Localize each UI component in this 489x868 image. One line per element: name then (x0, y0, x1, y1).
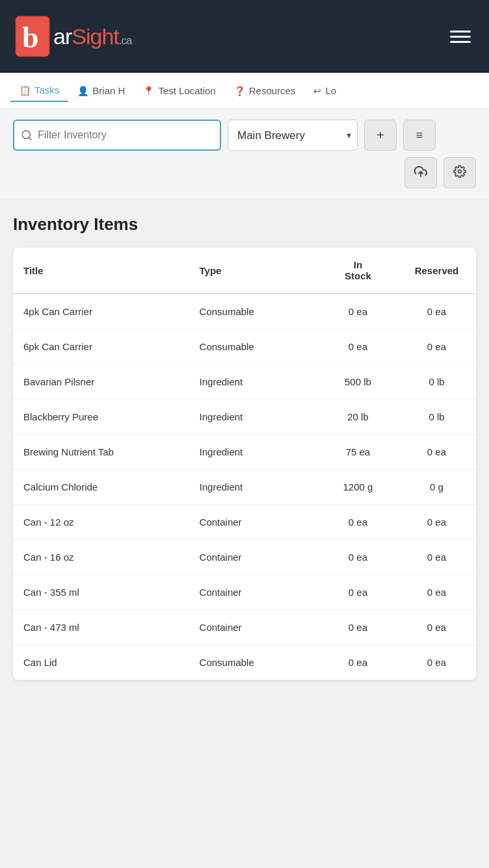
cell-title: Bavarian Pilsner (13, 364, 189, 400)
nav-label-location: Test Location (158, 85, 215, 96)
cell-reserved: 0 ea (397, 294, 476, 329)
cell-reserved: 0 lb (397, 364, 476, 400)
cell-type: Consumable (189, 645, 319, 680)
app-header: b arSight.ca (0, 0, 489, 73)
cell-reserved: 0 ea (397, 435, 476, 470)
location-icon: 📍 (143, 86, 154, 96)
settings-button[interactable] (443, 157, 476, 188)
nav-item-user[interactable]: 👤 Brian H (68, 80, 134, 101)
cell-instock: 1200 g (319, 470, 397, 505)
cell-type: Ingredient (189, 400, 319, 435)
cell-title: Can - 12 oz (13, 505, 189, 540)
search-input[interactable] (38, 129, 213, 141)
cell-title: Blackberry Puree (13, 400, 189, 435)
cell-instock: 0 ea (319, 505, 397, 540)
table-row[interactable]: Bavarian Pilsner Ingredient 500 lb 0 lb (13, 364, 476, 400)
cell-instock: 0 ea (319, 610, 397, 645)
col-header-title: Title (13, 248, 189, 294)
cell-title: Can Lid (13, 645, 189, 680)
hamburger-menu-button[interactable] (445, 25, 476, 48)
nav-item-resources[interactable]: ❓ Resources (225, 80, 305, 101)
section-title: Inventory Items (13, 214, 476, 235)
col-header-instock: InStock (319, 248, 397, 294)
cell-type: Ingredient (189, 470, 319, 505)
table-row[interactable]: Calcium Chloride Ingredient 1200 g 0 g (13, 470, 476, 505)
upload-button[interactable] (404, 157, 437, 188)
toolbar-row-2 (13, 157, 476, 188)
nav-label-resources: Resources (249, 85, 296, 96)
cell-instock: 0 ea (319, 540, 397, 575)
col-header-type: Type (189, 248, 319, 294)
search-wrapper (13, 120, 221, 151)
nav-item-tasks[interactable]: 📋 Tasks (10, 79, 68, 102)
table-row[interactable]: 6pk Can Carrier Consumable 0 ea 0 ea (13, 329, 476, 364)
cell-type: Container (189, 575, 319, 610)
cell-type: Container (189, 610, 319, 645)
cell-instock: 0 ea (319, 294, 397, 329)
cell-instock: 500 lb (319, 364, 397, 400)
main-content: Inventory Items Title Type InStock Reser… (0, 199, 489, 696)
svg-text:b: b (22, 21, 39, 54)
cell-title: 4pk Can Carrier (13, 294, 189, 329)
gear-icon (453, 165, 466, 181)
cell-title: Calcium Chloride (13, 470, 189, 505)
table-row[interactable]: Blackberry Puree Ingredient 20 lb 0 lb (13, 400, 476, 435)
cell-title: Can - 16 oz (13, 540, 189, 575)
table-row[interactable]: Can Lid Consumable 0 ea 0 ea (13, 645, 476, 680)
cell-instock: 0 ea (319, 645, 397, 680)
cell-instock: 0 ea (319, 329, 397, 364)
cell-instock: 0 ea (319, 575, 397, 610)
plus-icon: + (377, 128, 384, 143)
svg-point-6 (458, 170, 462, 173)
nav-item-location[interactable]: 📍 Test Location (134, 80, 224, 101)
cell-title: Brewing Nutrient Tab (13, 435, 189, 470)
cell-title: Can - 355 ml (13, 575, 189, 610)
cell-title: 6pk Can Carrier (13, 329, 189, 364)
nav-label-logout: Lo (325, 85, 336, 96)
cell-type: Consumable (189, 294, 319, 329)
tasks-icon: 📋 (20, 85, 31, 96)
upload-icon (414, 165, 427, 181)
cell-reserved: 0 ea (397, 505, 476, 540)
cell-title: Can - 473 ml (13, 610, 189, 645)
cell-reserved: 0 g (397, 470, 476, 505)
cell-instock: 20 lb (319, 400, 397, 435)
cell-reserved: 0 ea (397, 540, 476, 575)
logout-icon: ↩ (313, 86, 321, 96)
brewery-dropdown-wrapper: Main Brewery Secondary Warehouse ▾ (228, 120, 358, 151)
col-header-reserved: Reserved (397, 248, 476, 294)
cell-type: Container (189, 540, 319, 575)
cell-type: Ingredient (189, 435, 319, 470)
cell-type: Ingredient (189, 364, 319, 400)
cell-reserved: 0 ea (397, 575, 476, 610)
cell-type: Consumable (189, 329, 319, 364)
user-icon: 👤 (77, 86, 88, 96)
search-container (13, 120, 221, 151)
table-row[interactable]: Brewing Nutrient Tab Ingredient 75 ea 0 … (13, 435, 476, 470)
inventory-table: Title Type InStock Reserved 4pk Can Carr… (13, 248, 476, 680)
toolbar: Main Brewery Secondary Warehouse ▾ + ≡ (0, 109, 489, 199)
cell-instock: 75 ea (319, 435, 397, 470)
logo: b arSight.ca (13, 14, 131, 59)
add-item-button[interactable]: + (364, 120, 397, 151)
cell-reserved: 0 ea (397, 645, 476, 680)
nav-label-tasks: Tasks (34, 84, 59, 96)
cell-reserved: 0 ea (397, 610, 476, 645)
table-row[interactable]: 4pk Can Carrier Consumable 0 ea 0 ea (13, 294, 476, 329)
search-icon (21, 129, 33, 141)
table-header-row: Title Type InStock Reserved (13, 248, 476, 294)
list-icon: ≡ (416, 129, 423, 142)
cell-reserved: 0 lb (397, 400, 476, 435)
table-row[interactable]: Can - 12 oz Container 0 ea 0 ea (13, 505, 476, 540)
navigation-bar: 📋 Tasks 👤 Brian H 📍 Test Location ❓ Reso… (0, 73, 489, 109)
cell-reserved: 0 ea (397, 329, 476, 364)
table-row[interactable]: Can - 16 oz Container 0 ea 0 ea (13, 540, 476, 575)
inventory-table-card: Title Type InStock Reserved 4pk Can Carr… (13, 248, 476, 680)
svg-line-4 (29, 137, 31, 139)
list-view-button[interactable]: ≡ (403, 120, 436, 151)
table-row[interactable]: Can - 355 ml Container 0 ea 0 ea (13, 575, 476, 610)
brewery-dropdown[interactable]: Main Brewery Secondary Warehouse (228, 120, 358, 151)
resources-icon: ❓ (234, 86, 245, 96)
table-row[interactable]: Can - 473 ml Container 0 ea 0 ea (13, 610, 476, 645)
nav-item-logout[interactable]: ↩ Lo (304, 80, 345, 101)
